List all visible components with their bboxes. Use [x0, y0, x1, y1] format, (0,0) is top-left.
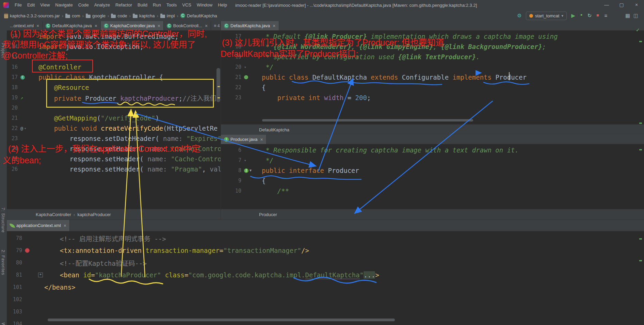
code-line[interactable]: 23 private int width = 200;	[221, 93, 644, 103]
close-tab-icon[interactable]: ×	[158, 23, 160, 28]
stop-button[interactable]: ■	[594, 13, 602, 19]
ballgreen-gutter-icon[interactable]	[244, 75, 248, 79]
code-line[interactable]: 102	[7, 293, 644, 306]
close-tab-icon[interactable]: ×	[95, 23, 97, 28]
code-line[interactable]: 7 */	[221, 155, 644, 165]
impl-gutter-icon[interactable]	[249, 169, 252, 172]
code-line[interactable]: 78 <!-- 启用注解形式声明式事务 -->	[7, 232, 644, 244]
menu-refactor[interactable]: Refactor	[113, 0, 135, 10]
code-line[interactable]: 10 /**	[221, 186, 644, 196]
breadcrumb-item-defaultkaptcha[interactable]: DefaultKaptcha	[259, 127, 289, 132]
menu-run[interactable]: Run	[150, 0, 164, 10]
ok-stripe-mark[interactable]	[639, 41, 642, 42]
inspections-ok-icon[interactable]: ✓	[636, 27, 640, 33]
menu-window[interactable]: Window	[194, 0, 215, 10]
left-editor-vertical-scrollbar[interactable]	[216, 68, 220, 102]
code-line[interactable]: 17public class KaptchaController {	[7, 72, 221, 82]
layout-grid-button[interactable]: ▦	[624, 13, 632, 19]
code-line[interactable]: 9{	[221, 176, 644, 186]
layout-panel-button[interactable]: ◫	[632, 13, 640, 19]
code-line[interactable]: 101</beans>	[7, 281, 644, 293]
menu-edit[interactable]: Edit	[25, 0, 37, 10]
code-line[interactable]: 22{	[221, 82, 644, 93]
code-line[interactable]: 22 public void createVerifyCode(HttpServ…	[7, 123, 221, 133]
maximize-button[interactable]: ▢	[614, 0, 629, 10]
close-tab-icon[interactable]: ×	[273, 23, 275, 28]
menu-analyze[interactable]: Analyze	[92, 0, 113, 10]
code-line[interactable]: 20	[7, 103, 221, 113]
menu-tools[interactable]: Tools	[164, 0, 179, 10]
at-gutter-icon[interactable]	[20, 126, 23, 131]
close-tab-icon[interactable]: ×	[260, 137, 263, 142]
bottom-editor-horizontal-scrollbar[interactable]	[48, 319, 395, 321]
build-project-button[interactable]: ⚙	[515, 13, 524, 19]
breadcrumb-item-producer[interactable]: Producer	[259, 212, 277, 217]
code-line[interactable]: 20 */	[221, 62, 644, 72]
tab-producer-java[interactable]: Producer.java×	[221, 135, 267, 144]
ok-stripe-mark[interactable]	[639, 123, 642, 124]
code-line[interactable]: 6 * Responsible for creating captcha ima…	[221, 145, 644, 155]
close-tab-icon[interactable]: ×	[205, 23, 208, 28]
menu-vcs[interactable]: VCS	[179, 0, 194, 10]
warning-stripe-mark[interactable]	[218, 97, 220, 98]
menu-code[interactable]: Code	[76, 0, 92, 10]
ok-stripe-mark[interactable]	[639, 260, 642, 261]
debug-button[interactable]: ●	[577, 13, 585, 19]
close-tab-icon[interactable]: ×	[64, 223, 66, 228]
code-line[interactable]: 79 <tx:annotation-driven transaction-man…	[7, 244, 644, 257]
fold-gutter-icon[interactable]	[244, 159, 246, 162]
plus-gutter-icon[interactable]	[38, 273, 43, 277]
hidden-tabs-indicator[interactable]: ≡ 4	[214, 21, 220, 30]
code-line[interactable]: 21public class DefaultKaptcha extends Co…	[221, 72, 644, 82]
rerun-button[interactable]: ↻	[585, 13, 594, 19]
close-tab-icon[interactable]: ×	[36, 23, 39, 28]
iface-gutter-icon[interactable]	[244, 168, 248, 173]
menu-file[interactable]: File	[12, 0, 25, 10]
class-gutter-icon[interactable]	[20, 75, 25, 80]
code-editor-producer[interactable]: 6 * Responsible for creating captcha ima…	[221, 144, 644, 196]
breadcrumb-item-kaptchacontroller[interactable]: KaptchaController	[36, 212, 71, 217]
code-line[interactable]: 23 response.setDateHeader( name: "Expire…	[7, 133, 221, 144]
code-line[interactable]: 16@Controller	[7, 62, 221, 72]
tab-defaultkaptcha-java[interactable]: DefaultKaptcha.java×	[221, 21, 279, 30]
right-editor-horizontal-scrollbar[interactable]	[262, 119, 473, 121]
tool-window-button-7-structure[interactable]: 7: Structure	[1, 208, 5, 233]
menu-build[interactable]: Build	[135, 0, 150, 10]
tab-applicationcontext-xml[interactable]: applicationContext.xml×	[7, 220, 70, 231]
close-button[interactable]: ×	[629, 0, 644, 10]
redm-gutter-icon[interactable]	[25, 248, 30, 253]
breadcrumb-item-defaultkaptcha[interactable]: DefaultKaptcha	[180, 13, 217, 18]
code-line[interactable]: 18 @Resource	[7, 82, 221, 93]
menu-navigate[interactable]: Navigate	[52, 0, 75, 10]
breadcrumb-item-kaptchaproducer[interactable]: kaptchaProducer	[77, 212, 111, 217]
breadcrumb-item-kaptcha-2-3-2-sources-jar[interactable]: kaptcha-2.3.2-sources.jar	[4, 13, 60, 18]
breadcrumb-item-code[interactable]: code	[111, 13, 127, 18]
token-tag: </beans>	[44, 283, 76, 291]
fold-gutter-icon[interactable]	[24, 127, 27, 130]
minimize-button[interactable]: —	[599, 0, 614, 10]
breadcrumb-item-impl[interactable]: impl	[160, 13, 175, 18]
run-button[interactable]: ▶	[569, 13, 577, 19]
breadcrumb-item-google[interactable]: google	[86, 13, 106, 18]
warning-stripe-mark[interactable]	[218, 86, 220, 87]
code-line[interactable]: 81 <bean id="kaptchaProducer" class="com…	[7, 269, 644, 281]
fold-gutter-icon[interactable]	[244, 65, 246, 69]
breadcrumb-item-com[interactable]: com	[65, 13, 80, 18]
ok-stripe-mark[interactable]	[639, 149, 642, 150]
breadcrumb-item-kaptcha[interactable]: kaptcha	[133, 13, 155, 18]
ok-stripe-mark[interactable]	[639, 238, 642, 240]
code-line[interactable]: 8public interface Producer	[221, 165, 644, 176]
token-pl: (	[97, 114, 101, 122]
code-line[interactable]: 103	[7, 306, 644, 318]
code-editor-applicationcontext[interactable]: 78 <!-- 启用注解形式声明式事务 -->79 <tx:annotation…	[7, 231, 644, 325]
code-line[interactable]: 80 <!--配置Kaptcha验证码-->	[7, 257, 644, 269]
more-actions-button[interactable]: ≡	[602, 13, 610, 19]
tool-window-button-2-favorites[interactable]: 2: Favorites	[1, 250, 5, 275]
run-configuration-select[interactable]: start_tomcat ▾	[526, 12, 567, 20]
code-line[interactable]: 19 private Producer kaptchaProducer;//注入…	[7, 93, 221, 103]
tool-window-button-web[interactable]: Web	[1, 323, 5, 325]
inject-gutter-icon[interactable]	[20, 96, 23, 100]
code-line[interactable]: 21 @GetMapping("/verify_code")	[7, 113, 221, 123]
menu-help[interactable]: Help	[215, 0, 230, 10]
menu-view[interactable]: View	[37, 0, 52, 10]
